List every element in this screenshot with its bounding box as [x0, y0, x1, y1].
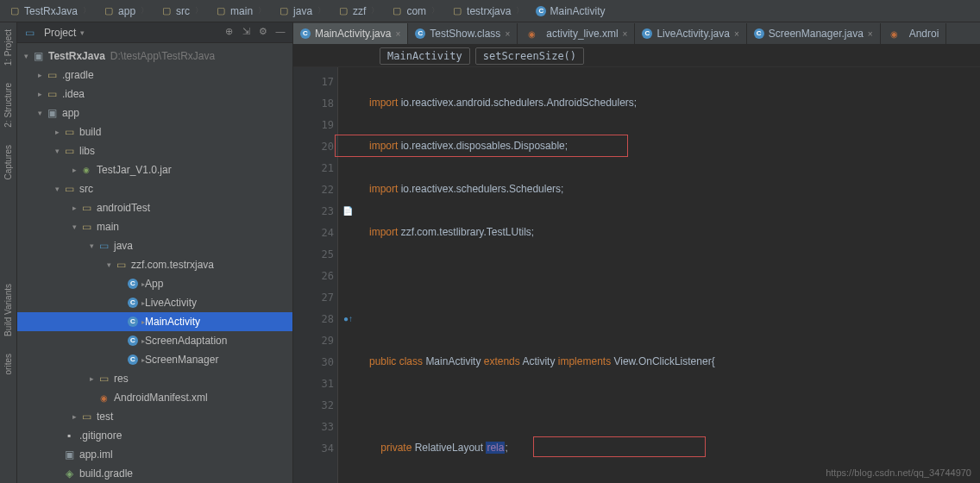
- class-icon: [415, 28, 425, 39]
- tree-row[interactable]: ▸ LiveActivity: [17, 293, 292, 312]
- folder-icon: [79, 220, 93, 234]
- rail-structure-button[interactable]: 2: Structure: [3, 83, 13, 128]
- close-icon[interactable]: ×: [505, 29, 510, 39]
- class-icon: [128, 354, 138, 365]
- folder-icon: [215, 5, 227, 17]
- tab[interactable]: ScreenManager.java×: [747, 23, 881, 44]
- class-icon: [128, 336, 138, 346]
- jar-icon: [79, 163, 93, 177]
- tree-row[interactable]: ▪.gitignore: [17, 426, 292, 445]
- breadcrumb-item[interactable]: com〉: [386, 5, 444, 17]
- chevron-down-icon[interactable]: ▾: [80, 28, 85, 37]
- tree-row[interactable]: ▾src: [17, 179, 292, 198]
- tree-row[interactable]: ▸.idea: [17, 85, 292, 104]
- gear-icon[interactable]: ⚙: [256, 26, 270, 40]
- tree-row[interactable]: ▸.gradle: [17, 66, 292, 85]
- hide-icon[interactable]: —: [273, 26, 287, 40]
- folder-icon: [62, 182, 76, 196]
- tree-row[interactable]: ▾libs: [17, 141, 292, 160]
- class-icon: [128, 298, 138, 308]
- tree-row[interactable]: AndroidManifest.xml: [17, 388, 292, 407]
- tab[interactable]: LiveActivity.java×: [635, 23, 746, 44]
- breadcrumb-item[interactable]: TestRxJava〉: [3, 5, 96, 17]
- gutter[interactable]: 17181920212223📄2425262728●↑293031323334: [293, 67, 338, 483]
- scroll-from-source-icon[interactable]: ⊕: [222, 26, 236, 40]
- breadcrumb-bar: TestRxJava〉 app〉 src〉 main〉 java〉 zzf〉 c…: [0, 0, 980, 22]
- project-tool-window: Project▾ ⊕ ⇲ ⚙ — ▾TestRxJavaD:\testApp\T…: [17, 22, 293, 483]
- tree-row[interactable]: ▾app: [17, 104, 292, 122]
- folder-icon: [62, 144, 76, 158]
- breadcrumb-item[interactable]: src〉: [155, 5, 208, 17]
- tree-row[interactable]: app.iml: [17, 445, 292, 464]
- tree-row[interactable]: ▸test: [17, 407, 292, 426]
- tree-row[interactable]: ▾java: [17, 236, 292, 255]
- rail-build-variants-button[interactable]: Build Variants: [3, 284, 13, 336]
- breadcrumb-item[interactable]: java〉: [273, 5, 330, 17]
- breadcrumb-item[interactable]: testrxjava〉: [446, 5, 529, 17]
- chevron-right-icon: 〉: [431, 5, 439, 16]
- rail-favorites-button[interactable]: orites: [3, 354, 13, 374]
- project-icon: [22, 26, 36, 40]
- tree-row[interactable]: ◈build.gradle: [17, 464, 292, 483]
- project-tree[interactable]: ▾TestRxJavaD:\testApp\TestRxJava ▸.gradl…: [17, 43, 292, 483]
- class-icon: [128, 279, 138, 289]
- class-icon: [754, 28, 764, 39]
- tab[interactable]: Androi: [881, 23, 947, 44]
- tree-row[interactable]: ▾zzf.com.testrxjava: [17, 255, 292, 274]
- class-icon: [300, 28, 311, 39]
- crumb-method[interactable]: setScreenSize(): [475, 47, 584, 65]
- module-icon: [45, 106, 59, 120]
- breadcrumb-item[interactable]: zzf〉: [332, 5, 384, 17]
- module-icon: [62, 448, 76, 461]
- folder-icon: [391, 5, 403, 17]
- folder-icon: [79, 410, 93, 423]
- module-icon: [31, 49, 45, 63]
- tab-mainactivity[interactable]: MainActivity.java×: [293, 23, 408, 44]
- tree-row[interactable]: ▸androidTest: [17, 198, 292, 217]
- close-icon[interactable]: ×: [395, 29, 400, 39]
- folder-icon: [97, 239, 110, 253]
- tree-row[interactable]: ▸res: [17, 369, 292, 388]
- rail-captures-button[interactable]: Captures: [3, 145, 13, 180]
- chevron-right-icon: 〉: [317, 5, 325, 16]
- chevron-right-icon: 〉: [83, 5, 91, 16]
- tab[interactable]: activity_live.xml×: [518, 23, 635, 44]
- code-area[interactable]: import import io.reactivex.android.sched…: [338, 67, 980, 483]
- breadcrumb-item[interactable]: main〉: [210, 5, 271, 17]
- folder-icon: [9, 5, 21, 17]
- xml-icon: [888, 27, 901, 41]
- close-icon[interactable]: ×: [623, 29, 628, 39]
- rail-project-button[interactable]: 1: Project: [3, 29, 13, 66]
- tree-row[interactable]: ▸ App: [17, 274, 292, 293]
- breadcrumb-item[interactable]: MainActivity: [531, 5, 610, 17]
- tab[interactable]: TestShow.class×: [408, 23, 518, 44]
- tree-row-selected[interactable]: ▸ MainActivity: [17, 312, 292, 331]
- folder-icon: [45, 87, 59, 101]
- file-icon: ▪: [62, 429, 76, 442]
- class-icon: [536, 6, 546, 16]
- class-icon: [642, 28, 652, 39]
- close-icon[interactable]: ×: [734, 29, 739, 39]
- left-tool-rail: 1: Project 2: Structure Captures Build V…: [0, 22, 17, 483]
- tree-row[interactable]: ▾main: [17, 217, 292, 236]
- folder-icon: [160, 5, 173, 17]
- close-icon[interactable]: ×: [868, 29, 873, 39]
- tree-row[interactable]: ▸TestJar_V1.0.jar: [17, 160, 292, 179]
- chevron-right-icon: 〉: [371, 5, 379, 16]
- chevron-right-icon: 〉: [516, 5, 524, 16]
- folder-icon: [79, 201, 93, 215]
- folder-icon: [62, 125, 76, 139]
- crumb-class[interactable]: MainActivity: [380, 47, 470, 65]
- tree-row-root[interactable]: ▾TestRxJavaD:\testApp\TestRxJava: [17, 47, 292, 66]
- breadcrumb-item[interactable]: app〉: [97, 5, 154, 17]
- tree-row[interactable]: ▸ ScreenAdaptation: [17, 331, 292, 350]
- xml-icon: [525, 27, 538, 41]
- tree-row[interactable]: ▸ ScreenManager: [17, 350, 292, 369]
- class-icon: [128, 317, 138, 327]
- editor-breadcrumbs: MainActivity setScreenSize(): [293, 45, 980, 67]
- folder-icon: [278, 5, 290, 17]
- collapse-all-icon[interactable]: ⇲: [239, 26, 253, 40]
- tree-row[interactable]: ▸build: [17, 122, 292, 141]
- editor-area: MainActivity.java× TestShow.class× activ…: [293, 22, 980, 483]
- tool-title: Project: [44, 27, 76, 39]
